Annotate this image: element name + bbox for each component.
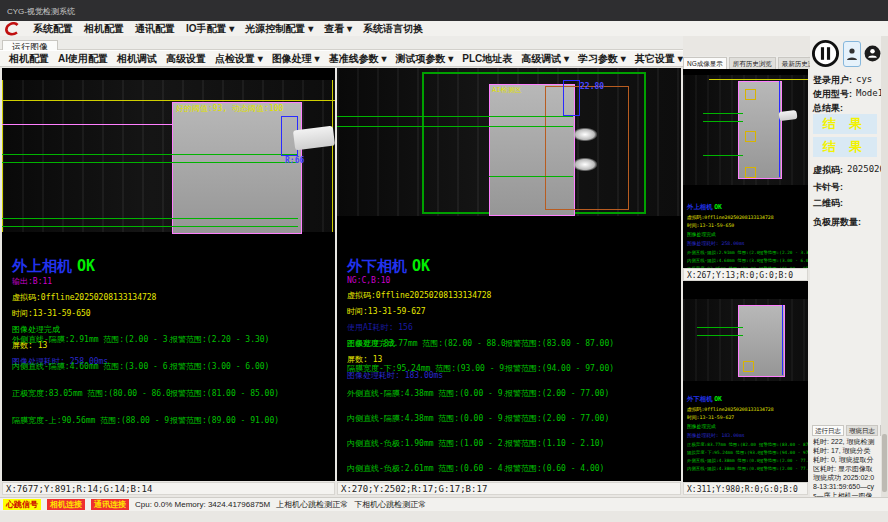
statusbar: 心跳信号 相机连接 通讯连接 Cpu: 0.0% Memory: 3424.41… xyxy=(0,497,888,511)
tab-history-all[interactable]: 所有历史浏览 xyxy=(729,57,776,69)
window-title: CYG-视觉检测系统 xyxy=(7,7,75,16)
result-status: OK xyxy=(412,257,430,275)
pause-button[interactable] xyxy=(811,39,840,68)
edge-line-right xyxy=(332,80,333,232)
thumb-image-upper xyxy=(683,75,808,185)
measure-overlay: R:66 xyxy=(285,156,304,165)
camera-name: 外下相机 xyxy=(347,257,407,274)
camera-connect-badge: 相机连接 xyxy=(47,499,85,510)
measure-line xyxy=(2,154,298,155)
reflection-spot xyxy=(573,128,597,141)
menu-comm-config[interactable]: 通讯配置 xyxy=(135,22,175,36)
menu-camera-config[interactable]: 相机配置 xyxy=(84,22,124,36)
tool-ai-config[interactable]: AI使用配置 xyxy=(58,52,108,66)
measurement-row: 正极宽度:83.77mm 范围:(82.00 - 88.00)报警范围:(83.… xyxy=(347,338,681,349)
measure-line xyxy=(2,162,298,163)
tool-other-settings[interactable]: 其它设置 ▾ xyxy=(635,52,683,66)
measurement-row: 内侧直线-负极:1.90mm 范围:(1.00 - 2.20)报警范围:(1.1… xyxy=(347,438,681,449)
calibration-line xyxy=(709,79,808,80)
result-sub: NG:C,B:10 xyxy=(347,276,491,285)
menu-system-config[interactable]: 系统配置 xyxy=(33,22,73,36)
result-status: OK xyxy=(77,257,95,275)
measurement-row: 内侧直线-负极:2.61mm 范围:(0.60 - 4.00)报警范围:(0.6… xyxy=(347,463,681,474)
comm-connect-badge: 通讯连接 xyxy=(91,499,129,510)
measurement-row: 内侧直线-隔膜:4.60mm 范围:(3.00 - 6.00)报警范围:(3.0… xyxy=(12,361,332,372)
tab-row: 运行图像 xyxy=(0,36,683,50)
menu-io-config[interactable]: IO手配置 ▾ xyxy=(186,22,234,36)
tool-advanced-debug[interactable]: 高级调试 ▾ xyxy=(521,52,569,66)
measure-overlay: 22.80 xyxy=(580,82,604,91)
result-time: 时间:13-31-59-627 xyxy=(347,306,491,317)
ai-area-overlay: AI检测区 xyxy=(492,85,521,95)
side-scrollbar[interactable] xyxy=(881,36,888,497)
operator-button[interactable] xyxy=(864,45,881,62)
measure-line xyxy=(697,335,743,336)
tool-advanced-settings[interactable]: 高级设置 xyxy=(166,52,206,66)
control-button-row xyxy=(811,39,888,68)
cursor-status-upper: X:7677;Y:891;R:14;G:14;B:14 xyxy=(2,482,335,495)
titlebar: CYG-视觉检测系统 xyxy=(0,0,888,21)
menu-language[interactable]: 系统语言切换 xyxy=(363,22,423,36)
defect-box xyxy=(745,131,756,142)
tab-log-run[interactable]: 运行日志 xyxy=(812,425,844,436)
tab-log-defect[interactable]: 瑕疵日志 xyxy=(846,425,878,436)
cursor-status-lower: X:270;Y:2502;R:17;G:17;B:17 xyxy=(337,482,681,495)
tool-test-params[interactable]: 测试项参数 ▾ xyxy=(395,52,453,66)
roi-line-blue xyxy=(782,305,783,375)
calibration-line xyxy=(2,100,335,101)
login-user-button[interactable] xyxy=(843,41,861,67)
login-user-field: 登录用户: cys xyxy=(813,74,872,87)
tool-camera-config[interactable]: 相机配置 xyxy=(9,52,49,66)
measurement-row: 隔膜宽度-上:90.56mm 范围:(88.00 - 92.00)报警范围:(8… xyxy=(12,415,332,426)
qr-label: 二维码: xyxy=(813,197,843,210)
lower-camera-heartbeat: 下相机心跳检测正常 xyxy=(354,499,426,510)
connector-tab xyxy=(293,126,335,151)
menu-view[interactable]: 查看 ▾ xyxy=(324,22,352,36)
defect-box xyxy=(745,167,756,178)
defect-box xyxy=(745,89,756,100)
result-barcode: 虚拟码:0ffline20250208133134728 xyxy=(12,292,156,303)
app-logo-icon xyxy=(5,22,20,36)
thumb-view-lower[interactable]: 外下相机OK 虚拟码:0ffline20250208133134728 时间:1… xyxy=(683,281,808,482)
camera-view-lower[interactable]: AI检测区 22.80 外下相机OK NG:C,B:10 虚拟码:0ffline… xyxy=(337,68,681,481)
roi-line xyxy=(2,124,174,125)
cursor-status-thumb-upper: X:267;Y:13;R:0;G:0;B:0 xyxy=(683,268,808,281)
tool-spotcheck-settings[interactable]: 点检设置 ▾ xyxy=(215,52,263,66)
tool-baseline-params[interactable]: 基准线参数 ▾ xyxy=(329,52,387,66)
tool-camera-debug[interactable]: 相机调试 xyxy=(117,52,157,66)
measure-line xyxy=(337,116,573,117)
edge-line-left xyxy=(2,80,3,232)
measure-line xyxy=(2,218,298,219)
camera-view-upper[interactable]: 好的阈值:93, 动态阈值:100 R:66 外上相机OK 输出:B:11 虚拟… xyxy=(2,68,335,481)
cpu-memory-status: Cpu: 0.0% Memory: 3424.41796875M xyxy=(135,500,270,509)
result-ai-time: 使用AI耗时: 156 xyxy=(347,322,491,333)
pin-label: 卡针号: xyxy=(813,181,843,194)
menubar: 系统配置 相机配置 通讯配置 IO手配置 ▾ 光源控制配置 ▾ 查看 ▾ 系统语… xyxy=(0,21,888,36)
scrollbar-thumb[interactable] xyxy=(882,434,887,492)
app-window: CYG-视觉检测系统 系统配置 相机配置 通讯配置 IO手配置 ▾ 光源控制配置… xyxy=(0,0,888,522)
thumb-result-lower: 外下相机OK 虚拟码:0ffline20250208133134728 时间:1… xyxy=(687,389,808,471)
thumb-result-upper: 外上相机OK 虚拟码:0ffline20250208133134728 时间:1… xyxy=(687,197,808,268)
reflection-spot xyxy=(573,158,597,171)
login-user-label: 登录用户: xyxy=(813,74,852,87)
roi-box-orange xyxy=(545,86,629,210)
menu-light-config[interactable]: 光源控制配置 ▾ xyxy=(245,22,313,36)
tool-plc-address[interactable]: PLC地址表 xyxy=(462,52,512,66)
thumb-view-upper[interactable]: 外上相机OK 虚拟码:0ffline20250208133134728 时间:1… xyxy=(683,69,808,268)
measurement-row: 隔膜宽度-下:95.24mm 范围:(93.00 - 98.00)报警范围:(9… xyxy=(347,363,681,374)
tool-image-processing[interactable]: 图像处理 ▾ xyxy=(272,52,320,66)
threshold-overlay: 好的阈值:93, 动态阈值:100 xyxy=(176,103,283,114)
roi-box-blue xyxy=(563,80,580,116)
upper-camera-heartbeat: 上相机心跳检测正常 xyxy=(276,499,348,510)
measurement-list-upper: 外侧直线-隔膜:2.91mm 范围:(2.00 - 3.50)报警范围:(2.2… xyxy=(12,334,332,442)
tab-ng-display[interactable]: NG成像显示 xyxy=(683,57,727,69)
toolbar: 相机配置 AI使用配置 相机调试 高级设置 点检设置 ▾ 图像处理 ▾ 基准线参… xyxy=(0,50,683,67)
measure-line xyxy=(2,226,298,227)
measurement-row: 内侧直线-隔膜:4.38mm 范围:(0.00 - 9.00)报警范围:(2.0… xyxy=(347,413,681,424)
tool-learning-params[interactable]: 学习参数 ▾ xyxy=(578,52,626,66)
negative-count-label: 负极屏数量: xyxy=(813,216,861,229)
measurement-row: 正极宽度:83.05mm 范围:(80.00 - 86.00)报警范围:(81.… xyxy=(12,388,332,399)
camera-image-lower: AI检测区 22.80 xyxy=(337,68,681,216)
heartbeat-badge: 心跳信号 xyxy=(3,499,41,510)
model-label: 使用型号: xyxy=(813,88,852,101)
